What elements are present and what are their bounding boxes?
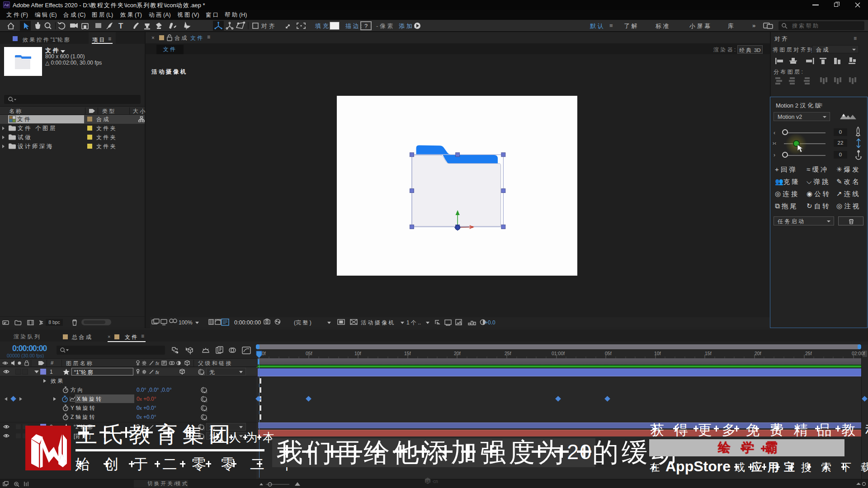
svg-text:UI: UI (426, 479, 430, 484)
svg-text:100%: 100% (179, 319, 193, 326)
svg-text:T: T (118, 22, 123, 30)
svg-text:0:00:00:00: 0:00:00:00 (234, 319, 261, 326)
svg-text:·cn: ·cn (432, 479, 438, 484)
svg-text:fx: fx (156, 370, 160, 375)
